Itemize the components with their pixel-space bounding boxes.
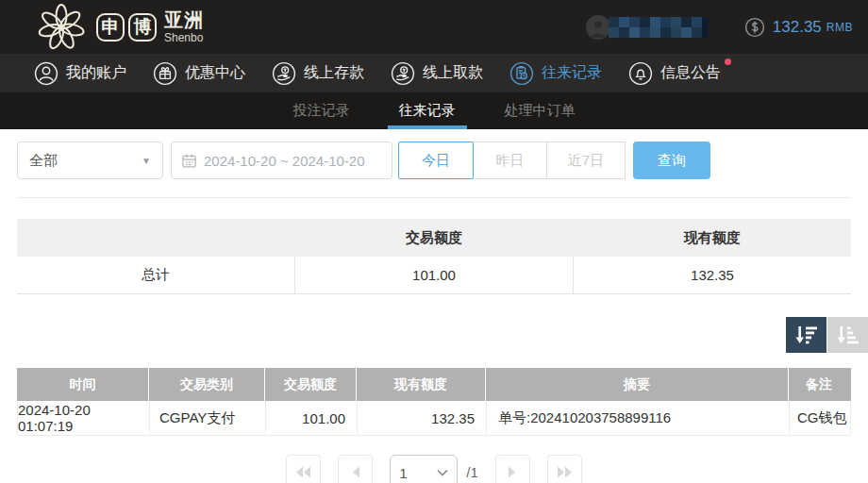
sub-tab-bar: 投注记录 往来记录 处理中订单 <box>0 92 868 129</box>
balance[interactable]: 132.35 RMB <box>744 17 868 38</box>
cell-transaction-amount: 101.00 <box>265 401 357 435</box>
nav-item-promotions[interactable]: 优惠中心 <box>153 61 245 86</box>
nav-label: 我的账户 <box>66 63 126 83</box>
summary-table: 交易额度 现有额度 总计 101.00 132.35 <box>17 219 851 294</box>
nav-item-withdrawal[interactable]: 线上取款 <box>391 61 483 86</box>
date-range-value: 2024-10-20 ~ 2024-10-20 <box>204 153 365 169</box>
notification-dot <box>725 58 731 65</box>
gift-icon <box>153 61 177 86</box>
balance-amount: 132.35 <box>773 18 822 37</box>
tab-transaction-records[interactable]: 往来记录 <box>388 92 467 129</box>
cell-time: 2024-10-20 01:07:19 <box>18 401 149 435</box>
pagination: 1 /1 <box>0 455 868 483</box>
summary-current-balance: 132.35 <box>573 257 851 293</box>
type-filter-select[interactable]: 全部 ▼ <box>17 142 163 179</box>
col-remarks: 备注 <box>788 368 849 401</box>
last-page-button[interactable] <box>547 455 582 483</box>
summary-col-current-balance: 现有额度 <box>573 219 851 257</box>
logo-char-shen: 申 <box>96 13 125 42</box>
date-range-input[interactable]: 2024-10-20 ~ 2024-10-20 <box>171 142 392 179</box>
chevron-down-icon: ▼ <box>142 156 151 166</box>
chevron-down-icon <box>437 469 448 476</box>
cell-remarks: CG钱包 <box>789 401 850 435</box>
records-table: 时间 交易类别 交易额度 现有额度 摘要 备注 2024-10-20 01:07… <box>17 368 851 436</box>
sort-ascending-icon <box>837 325 860 345</box>
quick-range-last7days[interactable]: 近7日 <box>546 142 626 179</box>
cell-summary: 单号:202410203758899116 <box>486 401 789 435</box>
cell-current-balance: 132.35 <box>357 401 486 435</box>
nav-label: 线上取款 <box>423 63 483 83</box>
flower-logo-icon <box>34 3 89 52</box>
page-select[interactable]: 1 <box>390 455 458 483</box>
user-account-chip[interactable] <box>586 13 718 42</box>
left-arrow-icon <box>351 466 360 478</box>
quick-range-today[interactable]: 今日 <box>398 142 474 179</box>
page-total-label: /1 <box>466 455 478 483</box>
logo-region-text: 亚洲 <box>164 10 204 29</box>
next-page-button[interactable] <box>495 455 530 483</box>
calendar-icon <box>181 153 197 169</box>
quick-range-yesterday[interactable]: 昨日 <box>473 142 547 179</box>
summary-transaction-amount: 101.00 <box>294 257 573 293</box>
first-page-button[interactable] <box>286 455 321 483</box>
summary-total-label: 总计 <box>17 257 294 293</box>
sort-ascending-button[interactable] <box>827 317 868 353</box>
right-arrow-icon <box>508 466 517 478</box>
records-header-row: 时间 交易类别 交易额度 现有额度 摘要 备注 <box>17 368 851 401</box>
user-icon <box>34 61 58 86</box>
sort-descending-button[interactable] <box>786 317 826 353</box>
logo-subtitle: Shenbo <box>164 32 204 43</box>
summary-total-row: 总计 101.00 132.35 <box>17 257 851 294</box>
redacted-username <box>609 17 709 38</box>
balance-currency: RMB <box>826 21 853 34</box>
col-summary: 摘要 <box>485 368 788 401</box>
clipboard-clock-icon <box>509 61 534 86</box>
logo-char-bo: 博 <box>128 13 157 42</box>
double-left-arrow-icon <box>295 466 311 478</box>
nav-item-my-account[interactable]: 我的账户 <box>34 61 126 86</box>
type-filter-value: 全部 <box>29 152 58 170</box>
summary-col-blank <box>17 219 295 257</box>
summary-header-row: 交易额度 现有额度 <box>17 219 851 257</box>
dollar-coin-icon <box>744 17 765 38</box>
main-nav: 我的账户 优惠中心 线上存款 <box>0 54 868 92</box>
nav-label: 优惠中心 <box>185 63 245 83</box>
brand-logo[interactable]: 申 博 亚洲 Shenbo <box>34 0 204 54</box>
cell-transaction-type: CGPAY支付 <box>149 401 265 435</box>
nav-label: 往来记录 <box>542 63 602 83</box>
withdraw-hand-coin-icon <box>391 61 415 86</box>
nav-item-deposit[interactable]: 线上存款 <box>272 61 364 86</box>
col-current-balance: 现有额度 <box>356 368 485 401</box>
page: 申 博 亚洲 Shenbo <box>0 0 868 483</box>
sort-controls <box>786 317 868 353</box>
top-header: 申 博 亚洲 Shenbo <box>0 0 868 54</box>
prev-page-button[interactable] <box>338 455 373 483</box>
summary-col-transaction-amount: 交易额度 <box>295 219 574 257</box>
nav-item-transactions[interactable]: 往来记录 <box>509 61 602 86</box>
table-row: 2024-10-20 01:07:19 CGPAY支付 101.00 132.3… <box>17 401 851 436</box>
tab-bet-records[interactable]: 投注记录 <box>282 92 361 129</box>
page-select-value: 1 <box>399 465 407 481</box>
sort-descending-icon <box>795 325 818 345</box>
section-divider <box>17 197 851 198</box>
col-time: 时间 <box>17 368 148 401</box>
bell-icon <box>628 61 653 86</box>
deposit-hand-coin-icon <box>272 61 296 86</box>
double-right-arrow-icon <box>557 466 573 478</box>
tab-pending-orders[interactable]: 处理中订单 <box>493 92 587 129</box>
col-transaction-amount: 交易额度 <box>264 368 356 401</box>
user-silhouette-icon <box>590 19 607 38</box>
col-transaction-type: 交易类别 <box>148 368 264 401</box>
avatar <box>586 15 610 40</box>
nav-label: 线上存款 <box>304 63 364 83</box>
nav-item-announcements[interactable]: 信息公告 <box>628 61 721 86</box>
nav-label: 信息公告 <box>660 63 721 83</box>
query-button[interactable]: 查询 <box>633 142 710 179</box>
